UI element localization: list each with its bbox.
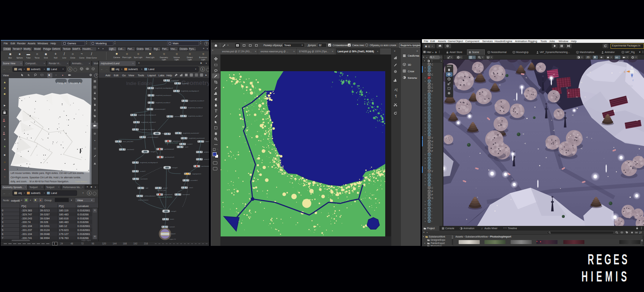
svg-text:‹ Persp: ‹ Persp	[622, 84, 633, 88]
svg-text:x: x	[624, 70, 625, 73]
svg-text:z: z	[632, 79, 634, 81]
